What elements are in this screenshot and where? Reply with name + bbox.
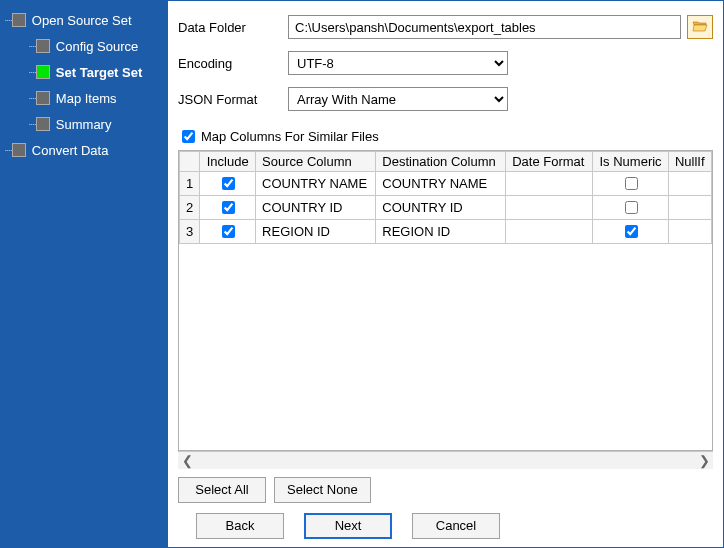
scroll-right-icon[interactable]: ❯ xyxy=(695,453,713,468)
step-label: Convert Data xyxy=(32,143,109,158)
step-label: Config Source xyxy=(56,39,138,54)
column-mapping-table: Include Source Column Destination Column… xyxy=(179,151,712,244)
nullif-cell[interactable] xyxy=(668,196,711,220)
wizard-step-config-source[interactable]: ┈Config Source xyxy=(1,33,168,59)
header-isnumeric[interactable]: Is Numeric xyxy=(593,152,669,172)
table-row[interactable]: 1COUNTRY NAMECOUNTRY NAME xyxy=(180,172,712,196)
cancel-button[interactable]: Cancel xyxy=(412,513,500,539)
header-rownum xyxy=(180,152,200,172)
wizard-step-map-items[interactable]: ┈Map Items xyxy=(1,85,168,111)
nullif-cell[interactable] xyxy=(668,220,711,244)
wizard-step-set-target-set[interactable]: ┈Set Target Set xyxy=(1,59,168,85)
browse-folder-button[interactable] xyxy=(687,15,713,39)
data-folder-label: Data Folder xyxy=(178,20,288,35)
nullif-cell[interactable] xyxy=(668,172,711,196)
tree-connector-icon: ┈ xyxy=(29,39,36,54)
dest-cell[interactable]: COUNTRY ID xyxy=(376,196,506,220)
step-label: Map Items xyxy=(56,91,117,106)
include-checkbox[interactable] xyxy=(222,177,235,190)
step-status-icon xyxy=(12,13,26,27)
encoding-label: Encoding xyxy=(178,56,288,71)
data-folder-row: Data Folder xyxy=(178,15,713,39)
include-cell[interactable] xyxy=(200,172,256,196)
row-number: 2 xyxy=(180,196,200,220)
dateformat-cell[interactable] xyxy=(506,172,593,196)
step-status-icon xyxy=(12,143,26,157)
include-checkbox[interactable] xyxy=(222,201,235,214)
include-cell[interactable] xyxy=(200,220,256,244)
tree-connector-icon: ┈ xyxy=(29,91,36,106)
include-cell[interactable] xyxy=(200,196,256,220)
source-cell[interactable]: REGION ID xyxy=(256,220,376,244)
step-status-icon xyxy=(36,39,50,53)
map-similar-checkbox[interactable] xyxy=(182,130,195,143)
step-status-icon xyxy=(36,117,50,131)
header-nullif[interactable]: NullIf xyxy=(668,152,711,172)
scroll-left-icon[interactable]: ❮ xyxy=(178,453,196,468)
tree-connector-icon: ┈ xyxy=(29,65,36,80)
step-label: Open Source Set xyxy=(32,13,132,28)
source-cell[interactable]: COUNTRY ID xyxy=(256,196,376,220)
map-similar-label[interactable]: Map Columns For Similar Files xyxy=(201,129,379,144)
app-window: ┈Open Source Set┈Config Source┈Set Targe… xyxy=(0,0,724,548)
next-button[interactable]: Next xyxy=(304,513,392,539)
row-number: 3 xyxy=(180,220,200,244)
step-label: Set Target Set xyxy=(56,65,142,80)
isnumeric-cell[interactable] xyxy=(593,196,669,220)
include-checkbox[interactable] xyxy=(222,225,235,238)
wizard-nav-buttons: Back Next Cancel xyxy=(178,513,713,539)
column-mapping-table-wrap: Include Source Column Destination Column… xyxy=(178,150,713,451)
encoding-select[interactable]: UTF-8 xyxy=(288,51,508,75)
wizard-step-summary[interactable]: ┈Summary xyxy=(1,111,168,137)
header-dest[interactable]: Destination Column xyxy=(376,152,506,172)
isnumeric-checkbox[interactable] xyxy=(625,225,638,238)
main-panel: Data Folder Encoding UTF-8 JSON Format A… xyxy=(168,1,723,547)
data-folder-input[interactable] xyxy=(288,15,681,39)
wizard-step-convert-data[interactable]: ┈Convert Data xyxy=(1,137,168,163)
encoding-row: Encoding UTF-8 xyxy=(178,51,713,75)
map-similar-row: Map Columns For Similar Files xyxy=(178,127,713,146)
json-format-row: JSON Format Array With Name xyxy=(178,87,713,111)
dest-cell[interactable]: REGION ID xyxy=(376,220,506,244)
table-row[interactable]: 2COUNTRY IDCOUNTRY ID xyxy=(180,196,712,220)
step-status-icon xyxy=(36,65,50,79)
select-none-button[interactable]: Select None xyxy=(274,477,371,503)
dateformat-cell[interactable] xyxy=(506,196,593,220)
dest-cell[interactable]: COUNTRY NAME xyxy=(376,172,506,196)
isnumeric-cell[interactable] xyxy=(593,220,669,244)
table-row[interactable]: 3REGION IDREGION ID xyxy=(180,220,712,244)
select-all-button[interactable]: Select All xyxy=(178,477,266,503)
row-number: 1 xyxy=(180,172,200,196)
wizard-step-open-source-set[interactable]: ┈Open Source Set xyxy=(1,7,168,33)
isnumeric-cell[interactable] xyxy=(593,172,669,196)
horizontal-scrollbar[interactable]: ❮ ❯ xyxy=(178,451,713,469)
tree-connector-icon: ┈ xyxy=(5,143,12,158)
isnumeric-checkbox[interactable] xyxy=(625,177,638,190)
header-source[interactable]: Source Column xyxy=(256,152,376,172)
header-dateformat[interactable]: Date Format xyxy=(506,152,593,172)
step-label: Summary xyxy=(56,117,112,132)
isnumeric-checkbox[interactable] xyxy=(625,201,638,214)
tree-connector-icon: ┈ xyxy=(29,117,36,132)
source-cell[interactable]: COUNTRY NAME xyxy=(256,172,376,196)
header-include[interactable]: Include xyxy=(200,152,256,172)
selection-buttons: Select All Select None xyxy=(178,477,713,503)
json-format-label: JSON Format xyxy=(178,92,288,107)
folder-open-icon xyxy=(692,19,708,36)
json-format-select[interactable]: Array With Name xyxy=(288,87,508,111)
step-status-icon xyxy=(36,91,50,105)
dateformat-cell[interactable] xyxy=(506,220,593,244)
tree-connector-icon: ┈ xyxy=(5,13,12,28)
back-button[interactable]: Back xyxy=(196,513,284,539)
wizard-sidebar: ┈Open Source Set┈Config Source┈Set Targe… xyxy=(1,1,168,547)
